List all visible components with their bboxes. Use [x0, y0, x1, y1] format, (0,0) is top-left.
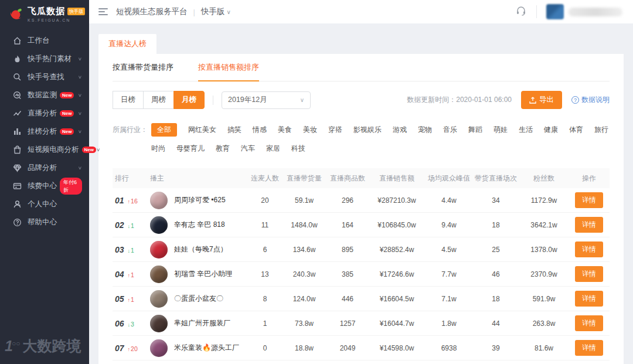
- period-tab[interactable]: 周榜: [143, 91, 173, 109]
- sidebar-item[interactable]: 品牌分析 ∨: [0, 159, 89, 177]
- host-name[interactable]: 娃娃（每晚7点）: [174, 244, 227, 254]
- sort-tab[interactable]: 按直播销售额排序: [198, 62, 259, 81]
- sidebar-item[interactable]: 数据监测 New ∨: [0, 86, 89, 104]
- session-count: 46: [472, 270, 519, 278]
- app-window: 飞瓜数据 快手版 KS.FEIGUA.CN 工作台 快手热门素材: [0, 0, 633, 364]
- chevron-down-icon: ∨: [78, 56, 82, 62]
- industry-chip[interactable]: 全部: [151, 123, 177, 137]
- data-note-link[interactable]: ? 数据说明: [571, 95, 610, 105]
- table-row: 06 3 芈姐广州开服装厂 1: [113, 311, 610, 336]
- industry-chip[interactable]: 旅行: [594, 123, 608, 137]
- host-avatar[interactable]: [150, 290, 168, 308]
- sales-amount: ¥16604.5w: [368, 295, 426, 303]
- period-tab[interactable]: 日榜: [113, 91, 143, 109]
- month-select[interactable]: 2019年12月 ∨: [222, 91, 311, 109]
- industry-chip[interactable]: 美食: [278, 123, 292, 137]
- fans-count: 591.9w: [519, 295, 569, 303]
- logo[interactable]: 飞瓜数据 快手版 KS.FEIGUA.CN: [0, 0, 89, 27]
- industry-chip[interactable]: 音乐: [443, 123, 457, 137]
- mic-count: 1: [249, 319, 281, 328]
- product-count: 446: [327, 295, 368, 303]
- host-avatar[interactable]: [150, 216, 168, 234]
- period-tab[interactable]: 月榜: [173, 91, 205, 109]
- host-name[interactable]: 芈姐广州开服装厂: [174, 318, 230, 328]
- host-avatar[interactable]: [150, 241, 168, 258]
- industry-chip[interactable]: 教育: [216, 142, 230, 155]
- industry-chip[interactable]: 时尚: [151, 142, 165, 155]
- host-name[interactable]: 初瑞雪 辛巴小助理: [174, 269, 232, 279]
- rank-number: 01: [115, 196, 124, 205]
- update-time-text: 数据更新时间：2020-01-01 06:00: [407, 95, 512, 105]
- industry-chip[interactable]: 宠物: [418, 123, 432, 137]
- host-name[interactable]: 周周珍可爱 •625: [174, 195, 226, 205]
- sidebar-item[interactable]: 工作台: [0, 32, 89, 50]
- sort-tab[interactable]: 按直播带货量排序: [113, 62, 173, 81]
- industry-chip[interactable]: 生活: [519, 123, 533, 137]
- host-avatar[interactable]: [150, 192, 168, 209]
- search-icon: [13, 73, 22, 81]
- detail-button[interactable]: 详情: [575, 266, 603, 282]
- host-avatar[interactable]: [150, 266, 168, 283]
- fans-count: 263.8w: [519, 319, 569, 328]
- detail-button[interactable]: 详情: [575, 241, 603, 257]
- industry-chip[interactable]: 舞蹈: [468, 123, 482, 137]
- industry-chip[interactable]: 母婴育儿: [176, 142, 205, 155]
- host-link[interactable]: 米乐童装🔥源头工厂: [150, 339, 249, 357]
- detail-button[interactable]: 详情: [575, 291, 603, 307]
- detail-button[interactable]: 详情: [575, 315, 603, 331]
- detail-button[interactable]: 详情: [575, 217, 603, 233]
- sidebar-item[interactable]: 个人中心: [0, 195, 89, 213]
- host-link[interactable]: 〇蛋蛋小盆友〇: [150, 290, 249, 308]
- host-link[interactable]: 娃娃（每晚7点）: [150, 241, 249, 258]
- sidebar-item[interactable]: 续费中心 年付6折: [0, 177, 89, 195]
- industry-chip[interactable]: 健康: [544, 123, 558, 137]
- session-count: 25: [472, 246, 519, 254]
- detail-button[interactable]: 详情: [575, 192, 603, 208]
- host-avatar[interactable]: [150, 339, 168, 357]
- industry-chip[interactable]: 穿搭: [328, 123, 342, 137]
- tab-live-host-ranking[interactable]: 直播达人榜: [98, 34, 156, 54]
- industry-chip[interactable]: 网红美女: [188, 123, 216, 137]
- industry-chip[interactable]: 影视娱乐: [353, 123, 382, 137]
- logo-version-badge: 快手版: [67, 8, 85, 15]
- industry-filter: 所属行业： 全部 网红美女 搞笑 情感 美食: [113, 123, 610, 155]
- sidebar-item-label: 快手热门素材: [28, 54, 72, 64]
- mic-count: 13: [249, 270, 281, 278]
- detail-button[interactable]: 详情: [575, 340, 603, 356]
- industry-chip[interactable]: 游戏: [393, 123, 407, 137]
- sidebar-menu: 工作台 快手热门素材 ∨ 快手号查找 ∨: [0, 32, 89, 232]
- industry-chip[interactable]: 汽车: [241, 142, 255, 155]
- industry-chip[interactable]: 情感: [253, 123, 267, 137]
- bar-chart-icon: [13, 127, 22, 136]
- industry-chip[interactable]: 体育: [569, 123, 583, 137]
- sidebar-item[interactable]: 快手热门素材 ∨: [0, 50, 89, 68]
- sidebar-item[interactable]: 挂榜分析 New ∨: [0, 123, 89, 141]
- chevron-down-icon: ∨: [78, 74, 82, 80]
- sidebar-item[interactable]: 短视频电商分析 New ∨: [0, 141, 89, 159]
- host-name[interactable]: 〇蛋蛋小盆友〇: [174, 294, 223, 304]
- host-avatar[interactable]: [150, 315, 168, 332]
- export-button[interactable]: 导出: [521, 91, 562, 109]
- username-redacted[interactable]: [569, 8, 622, 16]
- table-row: 05 1 〇蛋蛋小盆友〇 8: [113, 287, 610, 311]
- menu-collapse-icon[interactable]: [98, 8, 108, 15]
- host-name[interactable]: 米乐童装🔥源头工厂: [174, 343, 239, 353]
- logo-title: 飞瓜数据: [28, 6, 65, 17]
- user-avatar[interactable]: [546, 4, 564, 19]
- host-link[interactable]: 初瑞雪 辛巴小助理: [150, 266, 249, 283]
- host-name[interactable]: 辛有志 辛巴 818: [174, 220, 225, 230]
- host-link[interactable]: 芈姐广州开服装厂: [150, 315, 249, 332]
- industry-chip[interactable]: 家居: [266, 142, 280, 155]
- sidebar-item[interactable]: 快手号查找 ∨: [0, 68, 89, 86]
- industry-chip[interactable]: 科技: [291, 142, 305, 155]
- host-link[interactable]: 周周珍可爱 •625: [150, 192, 249, 209]
- sidebar-item[interactable]: 直播分析 New ∨: [0, 104, 89, 123]
- viewer-peak: 7.1w: [426, 295, 472, 303]
- industry-chip[interactable]: 萌娃: [494, 123, 508, 137]
- industry-chip[interactable]: 美妆: [303, 123, 317, 137]
- version-select[interactable]: 快手版∨: [201, 6, 231, 17]
- support-headset-icon[interactable]: [515, 5, 527, 19]
- host-link[interactable]: 辛有志 辛巴 818: [150, 216, 249, 234]
- industry-chip[interactable]: 搞笑: [227, 123, 241, 137]
- sidebar-item[interactable]: 帮助中心: [0, 213, 89, 232]
